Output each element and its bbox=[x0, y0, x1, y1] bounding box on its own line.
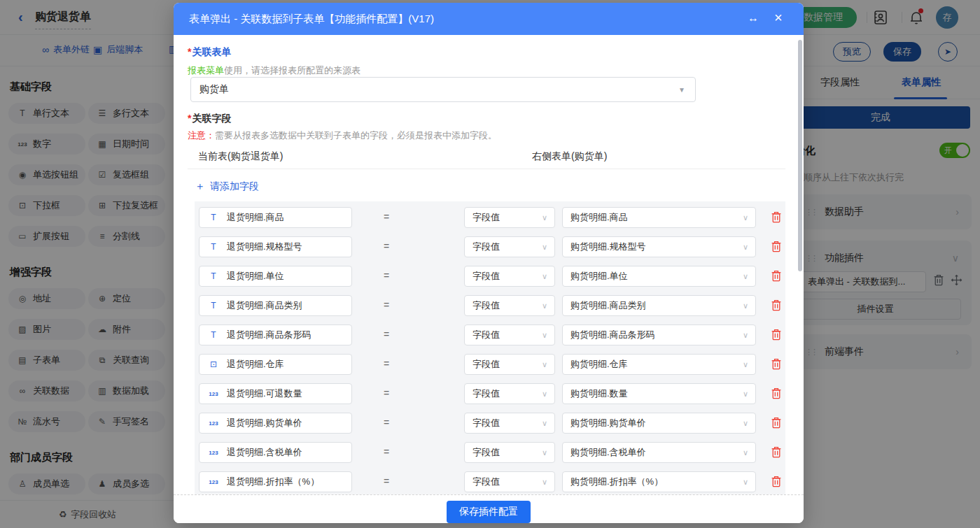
chevron-down-icon: ∨ bbox=[743, 272, 748, 281]
related-form-hint: 报表菜单使用，请选择报表所配置的来源表 bbox=[188, 64, 360, 77]
required-asterisk: * bbox=[188, 113, 191, 124]
select-icon: ⊡ bbox=[207, 359, 220, 369]
left-field-input[interactable]: 123退货明细.购货单价 bbox=[199, 413, 352, 434]
mapping-row: 123退货明细.购货单价 = 字段值∨ 购货明细.购货单价∨ bbox=[195, 413, 785, 434]
mapping-row: T退货明细.商品 = 字段值∨ 购货明细.商品∨ bbox=[195, 207, 785, 228]
dialog-title: 表单弹出 - 关联数据到子表单【功能插件配置】(V17) bbox=[189, 13, 434, 26]
equals-operator: = bbox=[381, 329, 392, 340]
equals-operator: = bbox=[381, 358, 392, 369]
value-type-select[interactable]: 字段值∨ bbox=[464, 354, 555, 375]
chevron-down-icon: ∨ bbox=[542, 243, 547, 252]
right-field-select[interactable]: 购货明细.单位∨ bbox=[562, 266, 756, 287]
left-field-input[interactable]: 123退货明细.可退数量 bbox=[199, 383, 352, 404]
number-icon: 123 bbox=[207, 391, 220, 397]
text-icon: T bbox=[207, 213, 220, 222]
chevron-down-icon: ∨ bbox=[743, 331, 748, 340]
dialog-footer: 保存插件配置 bbox=[174, 494, 804, 523]
chevron-down-icon: ∨ bbox=[743, 243, 748, 252]
related-form-label: *关联表单 bbox=[188, 46, 231, 59]
value-type-select[interactable]: 字段值∨ bbox=[464, 383, 555, 404]
chevron-down-icon: ∨ bbox=[743, 390, 748, 399]
left-field-input[interactable]: T退货明细.商品类别 bbox=[199, 295, 352, 316]
mapping-row: ⊡退货明细.仓库 = 字段值∨ 购货明细.仓库∨ bbox=[195, 354, 785, 375]
left-field-input[interactable]: 123退货明细.折扣率（%） bbox=[199, 471, 352, 492]
caret-down-icon: ▼ bbox=[678, 86, 685, 94]
chevron-down-icon: ∨ bbox=[542, 213, 547, 222]
chevron-down-icon: ∨ bbox=[743, 301, 748, 311]
mapping-row: T退货明细.规格型号 = 字段值∨ 购货明细.规格型号∨ bbox=[195, 236, 785, 257]
delete-row-icon[interactable] bbox=[771, 417, 782, 429]
equals-operator: = bbox=[381, 211, 392, 222]
value-type-select[interactable]: 字段值∨ bbox=[464, 324, 555, 345]
number-icon: 123 bbox=[207, 420, 220, 427]
chevron-down-icon: ∨ bbox=[542, 360, 547, 369]
related-fields-label: *关联字段 bbox=[188, 113, 231, 125]
delete-row-icon[interactable] bbox=[771, 387, 782, 399]
delete-row-icon[interactable] bbox=[771, 270, 782, 282]
mapping-row: 123退货明细.可退数量 = 字段值∨ 购货明细.数量∨ bbox=[195, 383, 785, 404]
expand-icon[interactable]: ↔ bbox=[748, 12, 759, 24]
right-field-select[interactable]: 购货明细.商品类别∨ bbox=[562, 295, 756, 316]
mapping-row: T退货明细.单位 = 字段值∨ 购货明细.单位∨ bbox=[195, 266, 785, 287]
related-fields-note: 注意：需要从报表多选数据中关联到子表单的字段，必须是报表中添加字段。 bbox=[188, 129, 497, 142]
value-type-select[interactable]: 字段值∨ bbox=[464, 295, 555, 316]
delete-row-icon[interactable] bbox=[771, 446, 782, 458]
value-type-select[interactable]: 字段值∨ bbox=[464, 471, 555, 492]
right-field-select[interactable]: 购货明细.商品条形码∨ bbox=[562, 324, 756, 345]
text-icon: T bbox=[207, 330, 220, 340]
value-type-select[interactable]: 字段值∨ bbox=[464, 413, 555, 434]
left-field-input[interactable]: T退货明细.规格型号 bbox=[199, 236, 352, 257]
delete-row-icon[interactable] bbox=[771, 329, 782, 341]
text-icon: T bbox=[207, 301, 220, 311]
right-field-select[interactable]: 购货明细.购货单价∨ bbox=[562, 413, 756, 434]
left-field-input[interactable]: T退货明细.单位 bbox=[199, 266, 352, 287]
value-type-select[interactable]: 字段值∨ bbox=[464, 266, 555, 287]
right-field-select[interactable]: 购货明细.仓库∨ bbox=[562, 354, 756, 375]
chevron-down-icon: ∨ bbox=[542, 448, 547, 457]
source-form-select[interactable]: 购货单 ▼ bbox=[190, 77, 696, 102]
equals-operator: = bbox=[381, 387, 392, 399]
chevron-down-icon: ∨ bbox=[542, 478, 547, 487]
left-field-input[interactable]: ⊡退货明细.仓库 bbox=[199, 354, 352, 375]
right-field-select[interactable]: 购货明细.规格型号∨ bbox=[562, 236, 756, 257]
chevron-down-icon: ∨ bbox=[743, 419, 748, 428]
value-type-select[interactable]: 字段值∨ bbox=[464, 442, 555, 463]
chevron-down-icon: ∨ bbox=[542, 419, 547, 428]
plus-icon: ＋ bbox=[195, 180, 205, 193]
right-field-select[interactable]: 购货明细.数量∨ bbox=[562, 383, 756, 404]
mapping-row: 123退货明细.折扣率（%） = 字段值∨ 购货明细.折扣率（%）∨ bbox=[195, 471, 785, 492]
value-type-select[interactable]: 字段值∨ bbox=[464, 207, 555, 228]
delete-row-icon[interactable] bbox=[771, 476, 782, 487]
save-plugin-config-button[interactable]: 保存插件配置 bbox=[447, 501, 531, 523]
chevron-down-icon: ∨ bbox=[743, 478, 748, 487]
value-type-select[interactable]: 字段值∨ bbox=[464, 236, 555, 257]
number-icon: 123 bbox=[207, 450, 220, 456]
right-field-select[interactable]: 购货明细.含税单价∨ bbox=[562, 442, 756, 463]
delete-row-icon[interactable] bbox=[771, 211, 782, 223]
equals-operator: = bbox=[381, 299, 392, 311]
text-icon: T bbox=[207, 271, 220, 281]
app-root: ‹ 购货退货单 数据管理 存 ∞ 表单外链 ▣ 后端脚本 ▥ 预览 bbox=[0, 0, 980, 528]
delete-row-icon[interactable] bbox=[771, 299, 782, 311]
left-field-input[interactable]: 123退货明细.含税单价 bbox=[199, 442, 352, 463]
delete-row-icon[interactable] bbox=[771, 358, 782, 370]
chevron-down-icon: ∨ bbox=[743, 360, 748, 369]
number-icon: 123 bbox=[207, 479, 220, 485]
mapping-row: 123退货明细.含税单价 = 字段值∨ 购货明细.含税单价∨ bbox=[195, 442, 785, 463]
divider bbox=[188, 169, 785, 169]
equals-operator: = bbox=[381, 446, 392, 457]
left-field-input[interactable]: T退货明细.商品 bbox=[199, 207, 352, 228]
modal-scrollbar[interactable] bbox=[798, 40, 802, 271]
column-header-right: 右侧表单(购货单) bbox=[532, 150, 607, 163]
delete-row-icon[interactable] bbox=[771, 241, 782, 252]
equals-operator: = bbox=[381, 270, 392, 281]
close-icon[interactable]: × bbox=[774, 10, 783, 26]
left-field-input[interactable]: T退货明细.商品条形码 bbox=[199, 324, 352, 345]
add-field-button[interactable]: ＋ 请添加字段 bbox=[195, 180, 259, 193]
chevron-down-icon: ∨ bbox=[542, 390, 547, 399]
mapping-list: T退货明细.商品 = 字段值∨ 购货明细.商品∨ T退货明细.规格型号 = 字段… bbox=[195, 201, 785, 494]
chevron-down-icon: ∨ bbox=[542, 331, 547, 340]
right-field-select[interactable]: 购货明细.折扣率（%）∨ bbox=[562, 471, 756, 492]
chevron-down-icon: ∨ bbox=[542, 301, 547, 311]
right-field-select[interactable]: 购货明细.商品∨ bbox=[562, 207, 756, 228]
